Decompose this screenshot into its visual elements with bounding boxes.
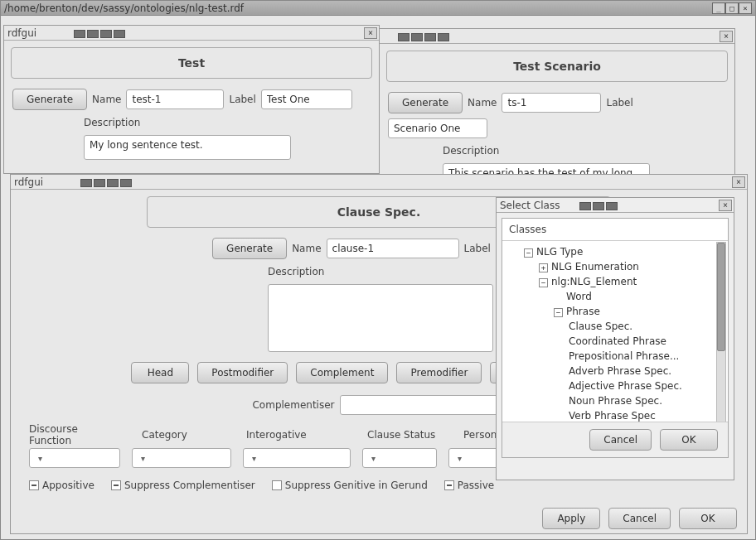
tree-node[interactable]: Clause Spec. xyxy=(509,319,721,334)
scenario-header: Test Scenario xyxy=(386,51,728,82)
appositive-checkbox[interactable]: Appositive xyxy=(29,480,94,491)
clause-desc-label: Description xyxy=(268,266,324,277)
clause-desc-textarea[interactable] xyxy=(268,284,493,352)
complementiser-label: Complementiser xyxy=(252,399,334,411)
test-label-label: Label xyxy=(229,94,255,105)
clause-close-icon[interactable]: × xyxy=(732,176,745,188)
clause-apply-button[interactable]: Apply xyxy=(542,508,600,529)
select-class-close-icon[interactable]: × xyxy=(719,200,732,211)
test-desc-label: Description xyxy=(84,117,140,128)
test-close-icon[interactable]: × xyxy=(364,27,377,39)
tree-node[interactable]: −NLG Type xyxy=(509,244,721,259)
scenario-name-label: Name xyxy=(468,97,497,108)
test-generate-button[interactable]: Generate xyxy=(12,89,87,110)
head-button[interactable]: Head xyxy=(131,362,189,383)
tree-node[interactable]: Adjective Phrase Spec. xyxy=(509,378,721,393)
category-select[interactable] xyxy=(132,448,231,468)
postmodifier-button[interactable]: Postmodifier xyxy=(197,362,288,383)
max-icon[interactable]: □ xyxy=(725,2,739,14)
select-class-title: Select Class xyxy=(500,200,560,211)
test-desc-textarea[interactable]: My long sentence test. xyxy=(84,135,291,160)
main-title: /home/brenton/dev/sassy/ontologies/nlg-t… xyxy=(4,2,712,14)
interrogative-label: Interogative xyxy=(246,429,346,441)
scenario-desc-label: Description xyxy=(443,145,499,157)
min-icon[interactable]: _ xyxy=(712,2,725,14)
discourse-select[interactable] xyxy=(29,448,120,468)
clause-status-select[interactable] xyxy=(362,448,437,468)
clause-cancel-button[interactable]: Cancel xyxy=(608,508,671,529)
clause-mini-title: rdfgui xyxy=(14,176,43,188)
scenario-label-input[interactable] xyxy=(388,118,487,138)
clause-titlebar[interactable]: rdfgui × xyxy=(11,175,747,190)
test-mini-title: rdfgui xyxy=(7,27,36,39)
close-icon[interactable]: × xyxy=(739,2,752,14)
suppress-gen-checkbox[interactable]: Suppress Genitive in Gerund xyxy=(272,480,428,491)
premodifier-button[interactable]: Premodifier xyxy=(396,362,482,383)
classes-header: Classes xyxy=(502,219,728,241)
select-class-dialog: Select Class × Classes −NLG Type +NLG En… xyxy=(496,197,734,480)
suppress-comp-checkbox[interactable]: Suppress Complementiser xyxy=(111,480,255,491)
scenario-name-input[interactable] xyxy=(502,93,601,113)
tree-node[interactable]: Coordinated Phrase xyxy=(509,334,721,349)
category-label: Category xyxy=(142,429,225,441)
interrogative-select[interactable] xyxy=(243,448,351,468)
clause-ok-button[interactable]: OK xyxy=(679,508,737,529)
complement-button[interactable]: Complement xyxy=(296,362,388,383)
complementiser-input[interactable] xyxy=(340,395,506,415)
tree-node[interactable]: Noun Phrase Spec. xyxy=(509,393,721,408)
select-class-titlebar[interactable]: Select Class × xyxy=(497,198,734,213)
passive-checkbox[interactable]: Passive xyxy=(444,480,494,491)
scenario-titlebar[interactable]: × xyxy=(380,29,734,44)
test-name-input[interactable] xyxy=(126,89,224,109)
tree-node[interactable]: −Phrase xyxy=(509,304,721,319)
clause-name-input[interactable] xyxy=(327,239,459,258)
test-frame: rdfgui × Test Generate Name Label Descri… xyxy=(3,25,380,174)
tree-node[interactable]: Prepositional Phrase... xyxy=(509,349,721,364)
scenario-label-label: Label xyxy=(606,97,632,108)
tree-node[interactable]: Adverb Phrase Spec. xyxy=(509,364,721,378)
tree-node[interactable]: Word xyxy=(509,289,721,304)
main-titlebar[interactable]: /home/brenton/dev/sassy/ontologies/nlg-t… xyxy=(1,1,755,16)
test-name-label: Name xyxy=(92,94,121,105)
clause-label-label: Label xyxy=(464,243,491,254)
test-header: Test xyxy=(11,47,372,79)
scenario-close-icon[interactable]: × xyxy=(720,31,733,42)
tree-node[interactable]: +NLG Enumeration xyxy=(509,259,721,274)
scrollbar[interactable] xyxy=(716,242,726,424)
tree-node[interactable]: −nlg:NLG_Element xyxy=(509,274,721,289)
select-class-ok-button[interactable]: OK xyxy=(660,429,718,451)
clause-status-label: Clause Status xyxy=(367,429,442,441)
discourse-label: Discourse Function xyxy=(29,423,120,446)
clause-name-label: Name xyxy=(292,243,321,254)
test-label-input[interactable] xyxy=(261,89,352,109)
scenario-frame: × Test Scenario Generate Name Label Desc… xyxy=(379,28,735,177)
clause-generate-button[interactable]: Generate xyxy=(212,238,287,259)
scenario-generate-button[interactable]: Generate xyxy=(388,92,463,113)
class-tree: −NLG Type +NLG Enumeration −nlg:NLG_Elem… xyxy=(502,241,728,427)
select-class-cancel-button[interactable]: Cancel xyxy=(589,429,652,451)
test-titlebar[interactable]: rdfgui × xyxy=(4,26,379,41)
